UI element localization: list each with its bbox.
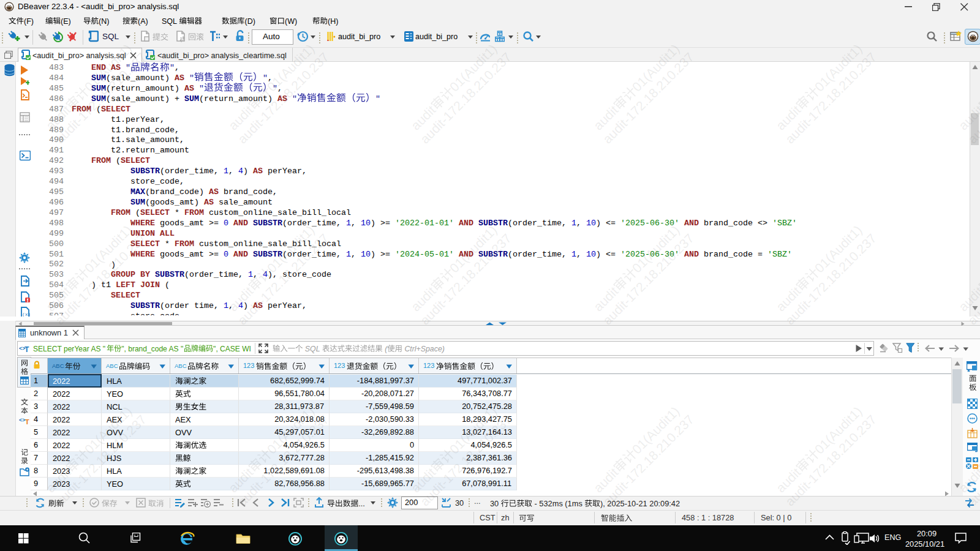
svg-text:audit_bi_pro: audit_bi_pro: [338, 32, 380, 41]
svg-text:2023: 2023: [53, 479, 70, 489]
svg-text:(H): (H): [328, 17, 338, 25]
svg-text:(E): (E): [61, 17, 71, 25]
svg-text:2023: 2023: [53, 467, 70, 476]
svg-text:AEX: AEX: [107, 415, 123, 424]
svg-text:(F): (F): [24, 17, 34, 25]
svg-text:HLA: HLA: [107, 377, 122, 386]
svg-text:<>: <>: [19, 417, 26, 423]
svg-text:SQL: SQL: [162, 17, 179, 25]
svg-text:2022: 2022: [53, 389, 70, 399]
svg-text:30: 30: [490, 499, 501, 508]
svg-text:audit_bi_pro: audit_bi_pro: [415, 32, 458, 41]
svg-text:2022: 2022: [53, 454, 70, 463]
svg-text:2022: 2022: [53, 415, 70, 424]
svg-text:YEO: YEO: [107, 389, 123, 399]
svg-text:), 2025-10-21 20:09:42: ), 2025-10-21 20:09:42: [600, 499, 680, 508]
svg-text:", CASE WI: ", CASE WI: [213, 345, 251, 353]
svg-text:(N): (N): [99, 17, 109, 25]
svg-text:AEX: AEX: [175, 415, 191, 424]
svg-text:2022: 2022: [53, 402, 70, 411]
svg-text:OVV: OVV: [107, 428, 123, 437]
svg-text:2022: 2022: [53, 428, 70, 437]
svg-text:Ctrl+Space): Ctrl+Space): [402, 345, 445, 353]
svg-text:T: T: [24, 345, 29, 353]
svg-text:<audit_bi_pro> analysis_cleart: <audit_bi_pro> analysis_cleartime.sql: [157, 51, 287, 60]
svg-text:- 532ms (1ms: - 532ms (1ms: [532, 499, 584, 508]
svg-text:T: T: [25, 418, 29, 425]
svg-text:<audit_bi_pro> analysis.sql: <audit_bi_pro> analysis.sql: [32, 51, 126, 60]
svg-text:", brand_code AS ": ", brand_code AS ": [121, 345, 183, 353]
svg-text:2022: 2022: [53, 441, 70, 450]
svg-text:SELECT perYear AS ": SELECT perYear AS ": [33, 345, 105, 353]
svg-text:...: ...: [358, 499, 365, 508]
svg-text:OVV: OVV: [175, 428, 192, 437]
svg-text:HLA: HLA: [107, 467, 122, 476]
svg-text:HLM: HLM: [107, 441, 123, 450]
svg-text:(W): (W): [285, 17, 297, 25]
svg-text:NCL: NCL: [107, 402, 123, 411]
svg-text:YEO: YEO: [107, 479, 123, 489]
svg-text:(A): (A): [138, 17, 148, 25]
svg-text:HJS: HJS: [107, 454, 121, 463]
svg-text:(: (: [383, 345, 388, 353]
svg-text:(D): (D): [245, 17, 255, 25]
svg-text:SQL: SQL: [303, 345, 322, 353]
